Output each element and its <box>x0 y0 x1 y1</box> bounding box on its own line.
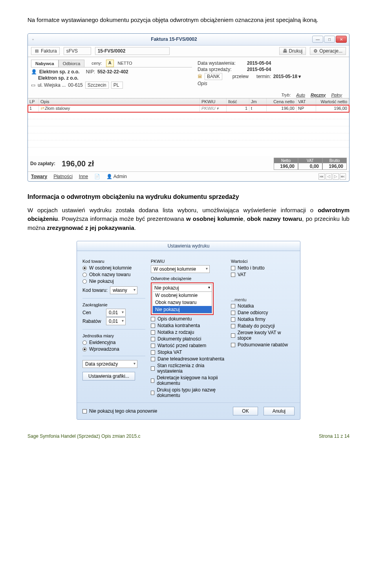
checkbox-icon <box>231 343 235 347</box>
maximize-button[interactable]: □ <box>324 36 335 43</box>
graphics-settings-button[interactable]: Ustawienia grafiki... <box>82 372 135 380</box>
radio-osobna[interactable]: W osobnej kolumnie <box>82 265 145 271</box>
chk-zerowe-vat[interactable]: Zerowe kwoty VAT w stopce <box>231 330 295 341</box>
chk-not-firmy[interactable]: Notatka firmy <box>231 317 295 322</box>
kod-towaru-select[interactable]: własny <box>110 286 137 294</box>
tab-towary[interactable]: Towary <box>31 174 47 179</box>
radio-ewid[interactable]: Ewidencyjna <box>82 340 145 345</box>
chk-wart-rab[interactable]: Wartość przed rabatem <box>151 343 225 348</box>
note-icon[interactable]: 📄 <box>94 174 100 179</box>
nav-prev[interactable]: ◁ <box>326 173 332 180</box>
user-icon: 👤 <box>106 174 112 179</box>
print-button[interactable]: 🖶Drukuj <box>279 47 306 55</box>
country-input[interactable]: PL <box>111 82 123 89</box>
rabatow-select[interactable]: 0,01 <box>106 317 126 325</box>
chk-dane-odb[interactable]: Dane odbiorcy <box>231 310 295 315</box>
cc4: Zerowe kwoty VAT w stopce <box>238 330 295 341</box>
cancel-button[interactable]: Anuluj <box>264 407 295 415</box>
c6: Dane teleadresowe kontrahenta <box>157 356 224 362</box>
chk-dok-plat[interactable]: Dokumenty płatności <box>151 336 225 342</box>
tot-netto: 196,00 <box>274 163 298 169</box>
sp5: . <box>134 224 136 231</box>
chk-dekret[interactable]: Dekretacje księgowe na kopii dokumentu <box>151 375 225 386</box>
chk-not-kontr[interactable]: Notatka kontrahenta <box>151 323 225 328</box>
radio-icon <box>82 347 87 351</box>
nav-first[interactable]: ⏮ <box>318 173 325 180</box>
chk-no-show-again[interactable]: Nie pokazuj tego okna ponownie <box>82 408 157 414</box>
chk-opis-dok[interactable]: Opis dokumentu <box>151 316 225 322</box>
dd-item-osobna[interactable]: W osobnej kolumnie <box>153 292 212 299</box>
jm2: Wprowadzona <box>89 346 119 352</box>
cell-pkwiu[interactable]: PKWiU ▾ <box>200 105 227 112</box>
mode-auto[interactable]: Auto <box>296 93 305 97</box>
chk-stan-rozl[interactable]: Stan rozliczenia z dnia wystawienia <box>151 363 225 374</box>
checkbox-icon <box>231 304 235 308</box>
pkwiu-select[interactable]: W osobnej kolumnie <box>151 265 210 273</box>
dd-head-text: Nie pokazuj <box>154 285 179 291</box>
street: ul. Wiejska ... <box>38 82 66 88</box>
sp2: . Powyższa informacja może być prezentow… <box>58 215 186 222</box>
tab-platnosci[interactable]: Płatności <box>53 174 73 179</box>
nav-next[interactable]: ▷ <box>333 173 339 180</box>
invoice-toolbar: ▤Faktura sFVS 15-FVS/0002 🖶Drukuj ⚙Opera… <box>28 46 349 57</box>
term-value[interactable]: 2015-05-18 ▾ <box>273 74 301 79</box>
window-icon: ▫ <box>30 36 36 42</box>
doc-type-field[interactable]: ▤Faktura <box>31 47 60 55</box>
reverse-charge-dropdown[interactable]: Nie pokazuj▾ W osobnej kolumnie Obok naz… <box>151 282 214 315</box>
minimize-button[interactable]: — <box>312 36 323 43</box>
checkbox-icon <box>151 350 155 355</box>
nip-label: NIP: <box>86 69 95 75</box>
data-sprzedazy-select[interactable]: Data sprzedaży <box>82 360 137 368</box>
oo-label: Odwrotne obciążenie <box>151 276 225 281</box>
address-icon: ▭ <box>31 82 35 88</box>
doc-number-field[interactable]: 15-FVS/0002 <box>95 47 170 55</box>
cc1: Dane odbiorcy <box>238 310 268 315</box>
col-ilosc: Ilość <box>227 98 249 105</box>
dd-item-obok[interactable]: Obok nazwy towaru <box>153 299 212 306</box>
chk-tele[interactable]: Dane teleadresowe kontrahenta <box>151 356 225 362</box>
tot-vat: 0,00 <box>298 163 322 169</box>
operations-button[interactable]: ⚙Operacje... <box>310 47 346 55</box>
chk-stopka-vat[interactable]: Stopka VAT <box>151 350 225 355</box>
tab-inne[interactable]: Inne <box>79 174 88 179</box>
radio-wprow[interactable]: Wprowadzona <box>82 346 145 352</box>
radio-nie[interactable]: Nie pokazuj <box>82 279 145 284</box>
checkbox-icon <box>151 330 155 335</box>
nav-last[interactable]: ⏭ <box>340 173 346 180</box>
bank-input[interactable]: BANK <box>205 73 222 80</box>
radio-obok[interactable]: Obok nazwy towaru <box>82 272 145 277</box>
tab-buyer[interactable]: Nabywca <box>31 60 59 67</box>
radio-icon <box>82 266 87 270</box>
ok-button[interactable]: OK <box>233 407 258 415</box>
pkwiu-label: PKWiU <box>151 259 225 264</box>
chk-netto-brutto[interactable]: Netto i brutto <box>231 265 295 271</box>
city-input[interactable]: Szczecin <box>85 82 109 89</box>
mode-full[interactable]: Pełny <box>331 93 342 97</box>
section-heading: Informacja o odwrotnym obciążeniu na wyd… <box>27 193 350 200</box>
chk-vat[interactable]: VAT <box>231 272 295 277</box>
cen-select[interactable]: 0,01 <box>106 309 126 317</box>
close-button[interactable]: ✕ <box>336 36 347 43</box>
chk-not-rodz[interactable]: Notatka z rodzaju <box>151 329 225 335</box>
chk-drukuj-opis[interactable]: Drukuj opis typu jako nazwę dokumentu <box>151 387 225 398</box>
tot-brutto-h: Brutto <box>323 158 346 163</box>
doc-code-field[interactable]: sFVS <box>64 47 91 55</box>
mode-manual[interactable]: Ręczny <box>311 93 326 97</box>
chk-notatka[interactable]: Notatka <box>231 303 295 309</box>
dd-item-nie[interactable]: Nie pokazuj <box>153 306 212 313</box>
cc3: Rabaty do pozycji <box>238 323 275 329</box>
cc5: Podsumowanie rabatów <box>238 342 288 348</box>
chk-rabaty-poz[interactable]: Rabaty do pozycji <box>231 323 295 329</box>
invoice-window: ▫ Faktura 15-FVS/0002 — □ ✕ ▤Faktura sFV… <box>27 33 350 182</box>
intro-paragraph: Na formatce wystawianego dokumentu pozyc… <box>27 16 350 25</box>
table-row[interactable]: 1 ⮂ Złom stalowy PKWiU ▾ 1 t 196,00 NP 1… <box>28 105 349 112</box>
admin-user[interactable]: 👤 Admin <box>106 174 127 179</box>
col-lp: LP <box>28 98 39 105</box>
tab-recipient[interactable]: Odbiorca <box>59 60 85 67</box>
dropdown-selected[interactable]: Nie pokazuj▾ <box>152 284 212 292</box>
col-pkwiu: PKWiU <box>200 98 227 105</box>
ops-label: Operacje... <box>319 48 342 54</box>
chk-pods-rab[interactable]: Podsumowanie rabatów <box>231 342 295 348</box>
jm-label: Jednostka miary <box>82 333 145 338</box>
footer-right: Strona 11 z 14 <box>319 433 350 439</box>
